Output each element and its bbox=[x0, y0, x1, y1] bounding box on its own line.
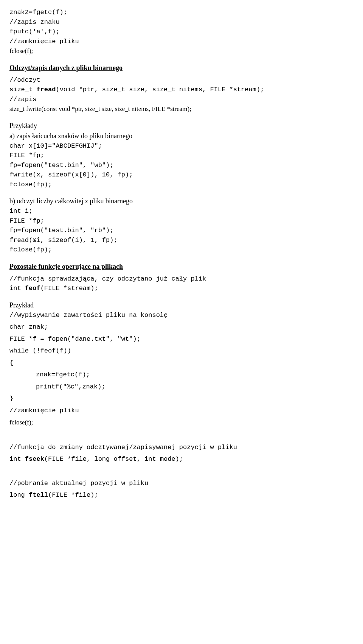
example-a: a) zapis łańcucha znaków do pliku binarn… bbox=[9, 131, 354, 190]
code-line: int i; bbox=[9, 206, 354, 216]
code-line: //funkcja do zmiany odcztywanej/zapisywa… bbox=[9, 443, 354, 452]
code-line: znak2=fgetc(f); bbox=[9, 8, 354, 17]
code-line: long ftell(FILE *file); bbox=[9, 490, 354, 500]
code-text: int fseek(FILE *file, long offset, int m… bbox=[9, 455, 183, 463]
example-label: Przykład bbox=[9, 300, 354, 310]
code-line: //wypisywanie zawartości pliku na konsol… bbox=[9, 310, 354, 320]
code-line: //zapis znaku bbox=[9, 17, 354, 27]
code-line: FILE *fp; bbox=[9, 216, 354, 226]
code-text: size_t fread(void *ptr, size_t size, siz… bbox=[9, 86, 264, 93]
code-line: int feof(FILE *stream); bbox=[9, 284, 354, 293]
code-block-1: znak2=fgetc(f); //zapis znaku fputc('a',… bbox=[9, 8, 354, 56]
example-b: b) odczyt liczby całkowitej z pliku bina… bbox=[9, 196, 354, 255]
code-line: char x[10]="ABCDEFGHIJ"; bbox=[9, 141, 354, 151]
code-line: FILE *f = fopen("dane.txt", "wt"); bbox=[9, 334, 354, 344]
section-heading: Odczyt/zapis danych z pliku binarnego bbox=[9, 63, 354, 73]
code-line: //funkcja sprawdzająca, czy odczytano ju… bbox=[9, 274, 354, 284]
code-line: fwrite(x, sizeof(x[0]), 10, fp); bbox=[9, 170, 354, 180]
code-line: printf("%c",znak); bbox=[9, 382, 354, 392]
code-line: char znak; bbox=[9, 322, 354, 332]
code-line: size_t fwrite(const void *ptr, size_t si… bbox=[9, 104, 354, 114]
code-line: { bbox=[9, 358, 354, 368]
code-line: FILE *fp; bbox=[9, 151, 354, 161]
code-line: //odczyt bbox=[9, 75, 354, 85]
code-block-2: //odczyt size_t fread(void *ptr, size_t … bbox=[9, 75, 354, 114]
example-title: b) odczyt liczby całkowitej z pliku bina… bbox=[9, 196, 354, 206]
code-text: long ftell(FILE *file); bbox=[9, 491, 98, 499]
code-line: int fseek(FILE *file, long offset, int m… bbox=[9, 454, 354, 464]
code-line: fclose(fp); bbox=[9, 180, 354, 190]
code-block-6: //pobranie aktualnej pozycji w pliku lon… bbox=[9, 479, 354, 500]
section-heading: Pozostałe funkcje operujące na plikach bbox=[9, 262, 354, 272]
code-line: fclose(f); bbox=[9, 46, 354, 56]
code-block-4: //wypisywanie zawartości pliku na konsol… bbox=[9, 310, 354, 427]
code-line: fputc('a',f); bbox=[9, 27, 354, 37]
code-line: fp=fopen("test.bin", "wb"); bbox=[9, 161, 354, 170]
code-line: } bbox=[9, 394, 354, 404]
example-title: a) zapis łańcucha znaków do pliku binarn… bbox=[9, 131, 354, 141]
code-text: int feof(FILE *stream); bbox=[9, 285, 98, 292]
code-line: fp=fopen("test.bin", "rb"); bbox=[9, 226, 354, 235]
examples-label: Przykłady bbox=[9, 121, 354, 131]
code-line: //zamknięcie pliku bbox=[9, 406, 354, 416]
code-line: fread(&i, sizeof(i), 1, fp); bbox=[9, 235, 354, 245]
code-line: fclose(f); bbox=[9, 418, 354, 427]
code-line: //pobranie aktualnej pozycji w pliku bbox=[9, 479, 354, 488]
code-line: fclose(fp); bbox=[9, 245, 354, 255]
code-line: //zapis bbox=[9, 95, 354, 104]
code-line: while (!feof(f)) bbox=[9, 346, 354, 356]
code-block-5: //funkcja do zmiany odcztywanej/zapisywa… bbox=[9, 443, 354, 464]
code-block-3: //funkcja sprawdzająca, czy odczytano ju… bbox=[9, 274, 354, 293]
code-line: //zamknięcie pliku bbox=[9, 37, 354, 47]
code-line: znak=fgetc(f); bbox=[9, 370, 354, 380]
code-line: size_t fread(void *ptr, size_t size, siz… bbox=[9, 85, 354, 95]
